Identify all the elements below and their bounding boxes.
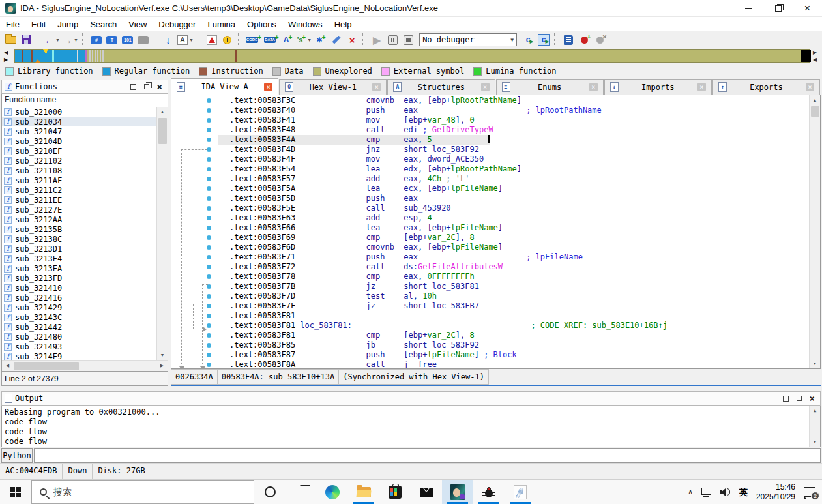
disassembly-line[interactable]: .text:00583F85 jb short loc_583F92	[171, 340, 809, 350]
open-file-icon[interactable]	[3, 33, 18, 47]
debugger-select[interactable]: No debugger▼	[416, 33, 520, 47]
menu-view[interactable]: View	[123, 18, 153, 31]
search-immediate-icon[interactable]: #	[89, 33, 104, 47]
disassembly-line[interactable]: .text:00583F54 lea edx, [ebp+lpRootPathN…	[171, 164, 809, 174]
function-name-column-header[interactable]: Function name	[2, 94, 168, 106]
disassembly-line[interactable]: .text:00583F4D jnz short loc_583F92	[171, 145, 809, 155]
function-row[interactable]: fsub_321493	[2, 342, 168, 351]
function-row[interactable]: fsub_3214E9	[2, 351, 168, 360]
panel-close-icon[interactable]: ×	[810, 395, 815, 402]
tab-close-icon[interactable]: ×	[481, 83, 490, 91]
panel-maximize-icon[interactable]	[130, 84, 136, 90]
taskbar-app-store[interactable]	[379, 480, 411, 504]
disassembly-line[interactable]: .text:00583F69 cmp [ebp+var_2C], 8	[171, 233, 809, 243]
function-row[interactable]: fsub_3213EA	[2, 263, 168, 273]
functions-panel-titlebar[interactable]: f Functions ×	[1, 80, 168, 94]
rename-icon[interactable]: A▼	[176, 33, 195, 47]
function-row[interactable]: fsub_321108	[2, 166, 168, 175]
search-text-icon[interactable]: T	[104, 33, 120, 47]
function-row[interactable]: fsub_32127E	[2, 205, 168, 215]
functions-horizontal-scrollbar[interactable]: ◀ ▶	[2, 360, 168, 371]
volume-icon[interactable]	[720, 488, 731, 496]
add-breakpoint-icon[interactable]: +	[576, 33, 592, 47]
disassembly-vertical-scrollbar[interactable]: ▲ ▼	[809, 95, 820, 368]
stop-process-icon[interactable]	[400, 33, 416, 47]
scroll-up-icon[interactable]: ▲	[810, 406, 821, 415]
disassembly-line[interactable]: .text:00583F7D test al, 10h	[171, 291, 809, 301]
output-log[interactable]: Rebasing program to 0x00321000...code fl…	[1, 406, 821, 447]
function-row[interactable]: fsub_3211EE	[2, 195, 168, 205]
panel-float-icon[interactable]	[797, 396, 802, 401]
problems-icon[interactable]	[204, 33, 220, 47]
menu-windows[interactable]: Windows	[282, 18, 329, 31]
function-row[interactable]: fsub_32135B	[2, 224, 168, 234]
scroll-left-icon[interactable]: ◀	[2, 361, 13, 371]
disassembly-line[interactable]: .text:00583F48 call edi ; GetDriveTypeW	[171, 125, 809, 135]
navigation-band[interactable]	[14, 49, 810, 63]
search-binary-icon[interactable]: 101	[120, 33, 136, 47]
make-array-icon[interactable]: ∗+	[313, 33, 329, 47]
disassembly-line[interactable]: .text:00583F81	[171, 311, 809, 321]
function-row[interactable]: fsub_321416	[2, 293, 168, 303]
function-row[interactable]: fsub_32138C	[2, 234, 168, 244]
disassembly-line[interactable]: .text:00583F40 push eax ; lpRootPathName	[171, 106, 809, 115]
tray-clock[interactable]: 15:46 2025/10/29	[756, 482, 795, 502]
function-row[interactable]: fsub_3212AA	[2, 215, 168, 224]
network-icon[interactable]	[701, 488, 711, 495]
function-row[interactable]: fsub_321000	[2, 107, 168, 117]
menu-jump[interactable]: Jump	[51, 18, 84, 31]
search-again-icon[interactable]	[136, 33, 151, 47]
disassembly-line[interactable]: .text:00583F7B jz short loc_583F81	[171, 282, 809, 291]
disassembly-line[interactable]: .text:00583F6D cmovnb eax, [ebp+lpFileNa…	[171, 243, 809, 252]
disassembly-line[interactable]: .text:00583F3C cmovnb eax, [ebp+lpRootPa…	[171, 96, 809, 106]
make-data-icon[interactable]: DATA+	[263, 33, 280, 47]
python-prompt-button[interactable]: Python	[1, 448, 33, 463]
jump-to-address-icon[interactable]: ↓	[160, 33, 176, 47]
ida-view-a-content[interactable]: .text:00583F3C cmovnb eax, [ebp+lpRootPa…	[171, 96, 809, 368]
scroll-down-icon[interactable]: ▼	[157, 350, 168, 360]
minimize-button[interactable]	[734, 0, 763, 17]
function-row[interactable]: fsub_3211C2	[2, 185, 168, 195]
produce-c-icon[interactable]: c▶	[520, 33, 536, 47]
tab-hex-view-1[interactable]: OHex View-1×	[279, 79, 387, 95]
taskbar-app-file-explorer[interactable]	[348, 480, 379, 504]
disassembly-line[interactable]: .text:00583F63 add esp, 4	[171, 213, 809, 223]
tray-expand-icon[interactable]: ∧	[688, 488, 693, 496]
delete-breakpoint-icon[interactable]: ×	[592, 33, 608, 47]
output-panel-titlebar[interactable]: Output ×	[1, 391, 821, 406]
disassembly-line[interactable]: .text:00583F4A cmp eax, 5	[171, 135, 809, 145]
function-row[interactable]: fsub_321034	[2, 117, 168, 126]
tab-structures[interactable]: AStructures×	[387, 79, 495, 95]
tab-exports[interactable]: ↑Exports×	[712, 79, 820, 95]
jump-forward-icon[interactable]: →▼	[61, 33, 80, 47]
taskbar-app-mail[interactable]	[411, 480, 442, 504]
tab-enums[interactable]: ≡Enums×	[496, 79, 604, 95]
make-string-icon[interactable]: 's+▼	[296, 33, 314, 47]
tab-close-icon[interactable]: ×	[264, 83, 272, 91]
menu-search[interactable]: Search	[84, 18, 123, 31]
functions-vertical-scrollbar[interactable]: ▲ ▼	[156, 107, 168, 360]
taskbar-app-cortana[interactable]	[254, 480, 286, 504]
disassembly-line[interactable]: .text:00583F4F mov eax, dword_ACE350	[171, 155, 809, 164]
function-row[interactable]: fsub_32143C	[2, 312, 168, 322]
ime-indicator[interactable]: 英	[739, 486, 748, 498]
function-row[interactable]: fsub_321429	[2, 303, 168, 312]
menu-help[interactable]: Help	[329, 18, 358, 31]
save-icon[interactable]	[18, 33, 34, 47]
disassembly-line[interactable]: .text:00583F71 push eax ; lpFileName	[171, 252, 809, 262]
disassembly-line[interactable]: .text:00583F78 cmp eax, 0FFFFFFFFh	[171, 272, 809, 282]
tab-ida-view-a[interactable]: ≣IDA View-A×	[171, 78, 278, 95]
recent-icon[interactable]	[220, 33, 235, 47]
panel-close-icon[interactable]: ×	[157, 83, 162, 90]
function-row[interactable]: fsub_32104D	[2, 136, 168, 146]
menu-edit[interactable]: Edit	[25, 18, 51, 31]
disassembly-line[interactable]: .text:00583F72 call ds:GetFileAttributes…	[171, 262, 809, 272]
menu-lumina[interactable]: Lumina	[201, 18, 241, 31]
disassembly-line[interactable]: .text:00583F7F jz short loc_583FB7	[171, 301, 809, 311]
disassembly-line[interactable]: .text:00583F5D push eax	[171, 194, 809, 203]
navband-zoom-arrows[interactable]: ▶◀	[813, 50, 819, 63]
notification-icon[interactable]: 2	[804, 487, 815, 497]
script-library-icon[interactable]	[561, 33, 576, 47]
function-row[interactable]: fsub_321102	[2, 156, 168, 166]
taskbar-search-box[interactable]: 搜索	[31, 480, 254, 504]
